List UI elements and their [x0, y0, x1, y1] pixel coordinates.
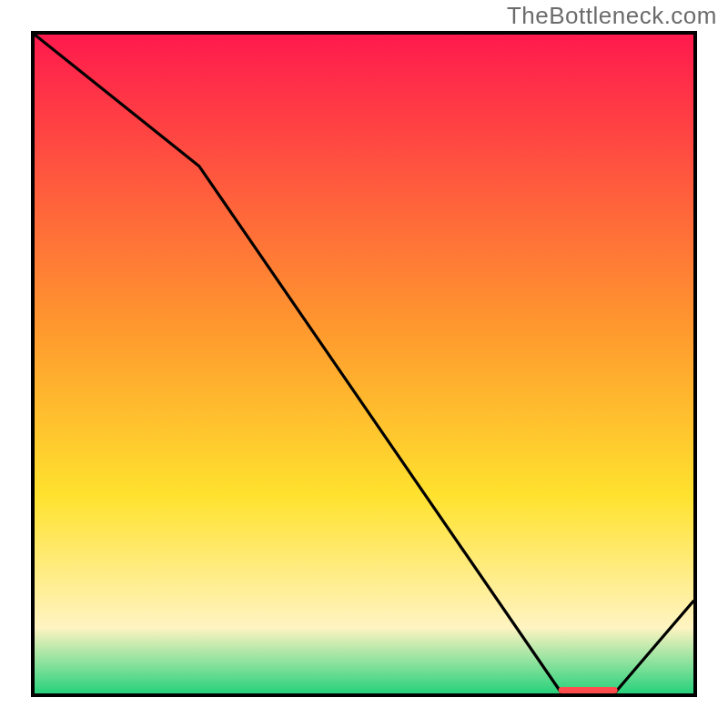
chart-frame	[31, 31, 697, 697]
gradient-background	[35, 35, 693, 693]
chart-svg	[35, 35, 693, 693]
page-root: TheBottleneck.com	[0, 0, 728, 728]
watermark-text: TheBottleneck.com	[507, 2, 717, 30]
